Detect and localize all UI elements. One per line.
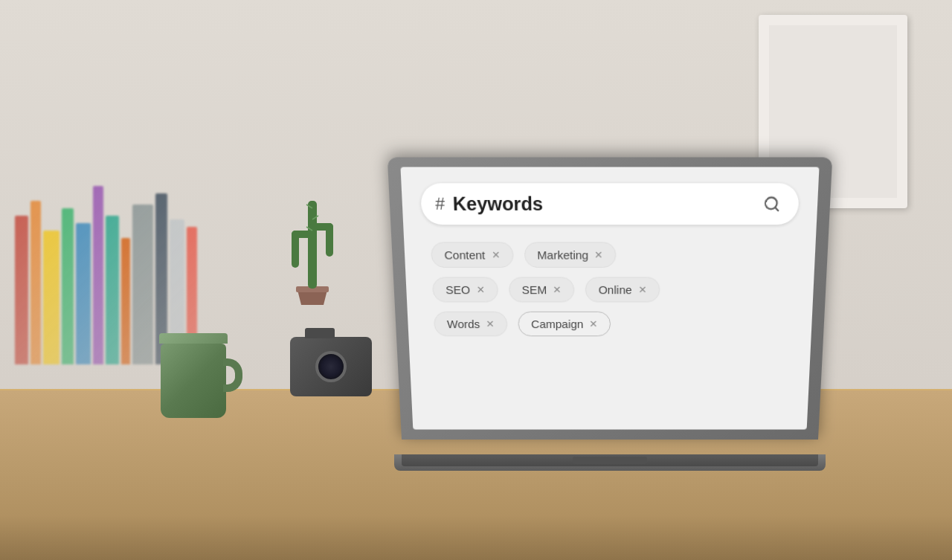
camera-lens [315, 351, 347, 382]
laptop-keyboard [402, 454, 818, 466]
mug-body [161, 344, 226, 418]
svg-rect-2 [308, 201, 317, 289]
book [15, 216, 28, 364]
svg-rect-6 [309, 223, 333, 231]
tag-marketing-remove[interactable]: ✕ [594, 249, 603, 261]
tags-area: Content ✕ Marketing ✕ [422, 242, 797, 336]
search-text: Keywords [452, 193, 759, 215]
tag-seo-remove[interactable]: ✕ [476, 284, 485, 295]
book [43, 231, 60, 364]
tag-sem-label: SEM [521, 283, 547, 297]
tag-online-remove[interactable]: ✕ [638, 284, 647, 295]
tag-campaign[interactable]: Campaign ✕ [518, 312, 611, 336]
tag-marketing-label: Marketing [537, 248, 588, 262]
laptop-screen: # Keywords [400, 167, 819, 430]
tag-content[interactable]: Content ✕ [431, 242, 513, 268]
book [93, 186, 103, 364]
tag-sem-remove[interactable]: ✕ [553, 284, 562, 295]
tags-row-2: SEO ✕ SEM ✕ Online ✕ [432, 277, 796, 302]
tag-online[interactable]: Online ✕ [585, 277, 660, 302]
svg-rect-4 [292, 231, 316, 238]
camera-top [305, 328, 335, 338]
search-icon[interactable] [759, 191, 785, 216]
tag-content-label: Content [444, 248, 486, 262]
camera [290, 337, 372, 396]
hash-symbol: # [435, 193, 446, 214]
screen-content: # Keywords [400, 167, 819, 430]
mug [156, 333, 231, 422]
tags-row-1: Content ✕ Marketing ✕ [431, 242, 797, 268]
laptop: # Keywords [387, 164, 833, 471]
tag-words[interactable]: Words ✕ [434, 312, 508, 336]
tag-seo-label: SEO [446, 283, 470, 297]
svg-line-11 [775, 207, 778, 210]
book [62, 208, 74, 364]
desk-shadow [0, 515, 952, 560]
laptop-touchpad [573, 457, 647, 464]
scene: # Keywords [0, 0, 952, 560]
book [121, 238, 130, 364]
book [106, 216, 119, 364]
laptop-screen-wrapper: # Keywords [394, 164, 826, 454]
laptop-base [394, 454, 826, 471]
tag-campaign-label: Campaign [531, 318, 584, 330]
book [132, 205, 153, 364]
tag-seo[interactable]: SEO ✕ [432, 277, 498, 302]
cactus [283, 141, 342, 305]
laptop-lid: # Keywords [387, 157, 833, 440]
mug-rim [159, 333, 228, 344]
tag-campaign-remove[interactable]: ✕ [590, 318, 598, 329]
book [76, 223, 91, 364]
tag-words-label: Words [447, 318, 480, 330]
tag-words-remove[interactable]: ✕ [486, 318, 495, 329]
books-container [15, 112, 223, 364]
tags-row-3: Words ✕ Campaign ✕ [434, 312, 794, 336]
book [30, 201, 41, 364]
tag-content-remove[interactable]: ✕ [491, 249, 500, 261]
search-bar[interactable]: # Keywords [420, 183, 800, 225]
tag-sem[interactable]: SEM ✕ [508, 277, 574, 302]
tag-online-label: Online [599, 283, 632, 297]
tag-marketing[interactable]: Marketing ✕ [524, 242, 617, 268]
